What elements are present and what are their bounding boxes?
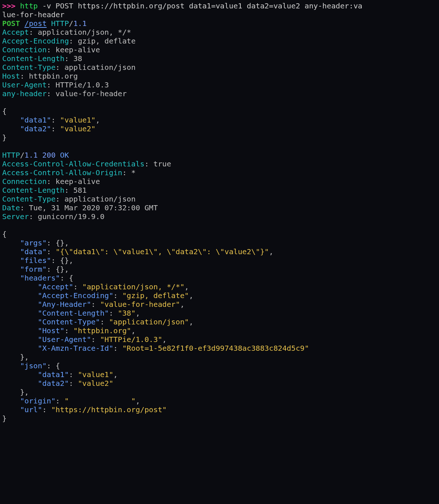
slash: /: [20, 151, 25, 159]
json-key: "X-Amzn-Trace-Id": [38, 344, 113, 353]
response-header-name: Date: [2, 203, 20, 212]
comma: ,: [180, 300, 184, 309]
json-empty-object: {}: [60, 256, 69, 265]
colon: :: [113, 291, 122, 300]
request-header-name: Host: [2, 72, 20, 80]
json-key: "files": [20, 256, 51, 265]
json-key: "Any-Header": [38, 300, 91, 309]
colon: :: [60, 274, 69, 282]
response-header-name: Content-Length: [2, 186, 64, 195]
command-args: -v POST https://httpbin.org/post data1=v…: [38, 1, 362, 10]
json-brace: {: [56, 361, 60, 370]
json-brace: }: [20, 388, 25, 396]
json-key: "data1": [38, 370, 69, 379]
request-method: POST: [2, 19, 25, 28]
response-header-name: Server: [2, 212, 29, 221]
colon: :: [47, 238, 56, 247]
json-key: "data1": [20, 116, 51, 124]
colon: :: [73, 282, 82, 291]
colon: :: [51, 116, 60, 124]
request-header-value: value-for-header: [56, 89, 127, 98]
response-header-value: gunicorn/19.9.0: [38, 212, 104, 221]
colon: :: [42, 405, 51, 414]
json-key: "data": [20, 247, 47, 256]
request-header-value: httpbin.org: [29, 72, 78, 80]
prompt-symbol: >>>: [2, 1, 20, 10]
colon: :: [47, 265, 56, 274]
json-key: "json": [20, 361, 47, 370]
colon: :: [69, 370, 78, 379]
json-key: "Accept-Encoding": [38, 291, 113, 300]
json-string: "value2": [78, 379, 113, 388]
response-header-value: application/json: [64, 195, 135, 203]
colon: :: [51, 256, 60, 265]
response-header-value: Tue, 31 Mar 2020 07:32:00 GMT: [29, 203, 158, 212]
json-key: "data2": [38, 379, 69, 388]
request-header-value: keep-alive: [56, 45, 100, 54]
json-brace: {: [2, 107, 7, 116]
http-word: HTTP: [2, 151, 20, 159]
colon: :: [20, 203, 29, 212]
request-header-value: application/json, */*: [38, 28, 131, 37]
comma: ,: [69, 256, 73, 265]
json-string: "application/json": [109, 317, 189, 326]
colon: :: [47, 80, 56, 89]
http-version: 1.1: [25, 151, 42, 159]
colon: :: [69, 37, 78, 45]
comma: ,: [189, 291, 193, 300]
request-header-name: User-Agent: [2, 80, 47, 89]
command-http: http: [20, 1, 38, 10]
response-header-name: Access-Control-Allow-Origin: [2, 168, 122, 177]
json-key: "headers": [20, 274, 60, 282]
json-string: ": [131, 396, 135, 405]
comma: ,: [95, 116, 100, 124]
colon: :: [109, 309, 118, 317]
json-string: "httpbin.org": [73, 326, 131, 335]
slash: /: [69, 19, 73, 28]
status-text: OK: [60, 151, 69, 159]
json-brace: }: [2, 133, 7, 142]
json-key: "url": [20, 405, 42, 414]
origin-redacted: [69, 396, 131, 405]
comma: ,: [136, 396, 140, 405]
json-string: "value1": [60, 116, 95, 124]
response-header-value: true: [153, 159, 171, 168]
colon: :: [91, 335, 100, 344]
request-header-name: any-header: [2, 89, 47, 98]
json-string: "HTTPie/1.0.3": [100, 335, 162, 344]
json-key: "User-Agent": [38, 335, 91, 344]
comma: ,: [113, 370, 118, 379]
colon: :: [29, 212, 38, 221]
colon: :: [56, 195, 64, 203]
json-string: "value1": [78, 370, 113, 379]
comma: ,: [136, 309, 140, 317]
json-key: "data2": [20, 124, 51, 133]
json-string: "gzip, deflate": [122, 291, 189, 300]
json-brace: }: [20, 353, 25, 361]
colon: :: [64, 326, 73, 335]
request-path: /post: [25, 19, 47, 28]
colon: :: [47, 45, 56, 54]
colon: :: [47, 89, 56, 98]
terminal-output[interactable]: >>> http -v POST https://httpbin.org/pos…: [0, 0, 439, 425]
response-header-name: Content-Type: [2, 195, 56, 203]
colon: :: [64, 186, 73, 195]
http-word: HTTP: [47, 19, 69, 28]
request-header-name: Accept-Encoding: [2, 37, 69, 45]
comma: ,: [64, 238, 69, 247]
request-header-value: application/json: [64, 63, 135, 72]
json-key: "args": [20, 238, 47, 247]
colon: :: [29, 28, 38, 37]
colon: :: [122, 168, 131, 177]
response-header-value: *: [131, 168, 135, 177]
json-key: "Host": [38, 326, 64, 335]
json-brace: {: [69, 274, 73, 282]
json-string: "Root=1-5e82f1f0-ef3d997438ac3883c824d5c…: [122, 344, 309, 353]
json-key: "Accept": [38, 282, 73, 291]
status-code: 200: [42, 151, 60, 159]
colon: :: [113, 344, 122, 353]
colon: :: [64, 54, 73, 63]
comma: ,: [25, 353, 29, 361]
json-string: "application/json, */*": [82, 282, 185, 291]
request-header-name: Content-Length: [2, 54, 64, 63]
